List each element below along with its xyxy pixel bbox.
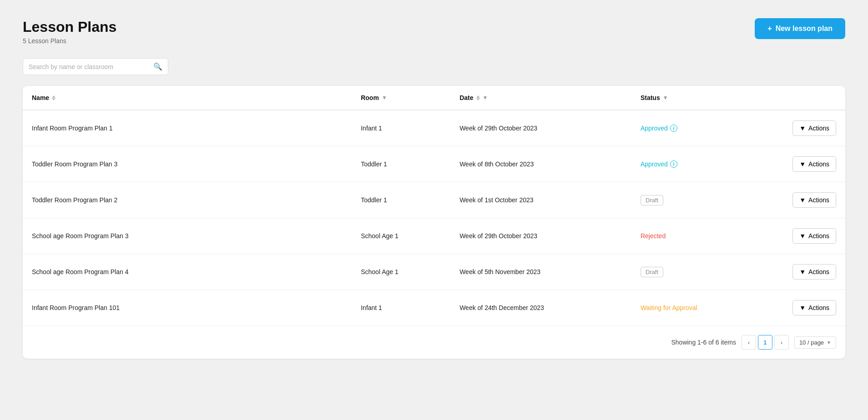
cell-name: Toddler Room Program Plan 3 — [23, 146, 352, 182]
pagination-controls: ‹ 1 › — [742, 335, 789, 350]
page-subtitle: 5 Lesson Plans — [23, 37, 116, 45]
table-row: Infant Room Program Plan 101Infant 1Week… — [23, 290, 845, 326]
table-container: Name Room ▼ — [23, 86, 845, 359]
pagination-info: Showing 1-6 of 6 items — [671, 339, 736, 346]
table-row: Infant Room Program Plan 1Infant 1Week o… — [23, 110, 845, 146]
cell-date: Week of 29th October 2023 — [450, 218, 631, 254]
cell-date: Week of 29th October 2023 — [450, 110, 631, 146]
cell-actions: ▼ Actions — [763, 110, 845, 146]
cell-actions: ▼ Actions — [763, 146, 845, 182]
page-size-chevron-icon: ▼ — [827, 340, 831, 345]
status-badge: Draft — [641, 267, 663, 277]
cell-actions: ▼ Actions — [763, 254, 845, 290]
cell-name: Toddler Room Program Plan 2 — [23, 182, 352, 218]
page-title: Lesson Plans — [23, 18, 116, 35]
status-badge: Draft — [641, 195, 663, 205]
col-header-actions — [763, 86, 845, 110]
cell-status: Rejected — [631, 218, 763, 254]
cell-name: Infant Room Program Plan 101 — [23, 290, 352, 326]
cell-room: Toddler 1 — [352, 146, 450, 182]
actions-arrow-icon: ▼ — [799, 268, 806, 275]
status-badge: Rejected — [641, 232, 666, 240]
cell-status: Draft — [631, 254, 763, 290]
cell-actions: ▼ Actions — [763, 218, 845, 254]
page-size-selector[interactable]: 10 / page ▼ — [794, 336, 836, 349]
col-header-room: Room ▼ — [352, 86, 450, 110]
room-filter-icon[interactable]: ▼ — [382, 95, 387, 101]
name-sort-icons[interactable] — [52, 95, 56, 100]
cell-status: Approved i — [631, 110, 763, 146]
actions-button[interactable]: ▼ Actions — [792, 192, 836, 208]
page-1-button[interactable]: 1 — [758, 335, 772, 350]
cell-date: Week of 1st October 2023 — [450, 182, 631, 218]
search-input[interactable] — [29, 63, 153, 70]
cell-actions: ▼ Actions — [763, 290, 845, 326]
status-filter-icon[interactable]: ▼ — [663, 95, 668, 101]
actions-arrow-icon: ▼ — [799, 160, 806, 168]
cell-date: Week of 5th November 2023 — [450, 254, 631, 290]
status-badge: Approved i — [641, 125, 754, 132]
cell-name: School age Room Program Plan 4 — [23, 254, 352, 290]
cell-date: Week of 24th December 2023 — [450, 290, 631, 326]
table-row: School age Room Program Plan 3School Age… — [23, 218, 845, 254]
cell-room: School Age 1 — [352, 254, 450, 290]
status-badge: Waiting for Approval — [641, 304, 697, 311]
pagination-row: Showing 1-6 of 6 items ‹ 1 › 10 / page ▼ — [23, 325, 845, 359]
table-row: Toddler Room Program Plan 3Toddler 1Week… — [23, 146, 845, 182]
cell-name: Infant Room Program Plan 1 — [23, 110, 352, 146]
actions-button[interactable]: ▼ Actions — [792, 120, 836, 136]
actions-button[interactable]: ▼ Actions — [792, 228, 836, 244]
cell-status: Waiting for Approval — [631, 290, 763, 326]
actions-arrow-icon: ▼ — [799, 125, 806, 132]
table-row: School age Room Program Plan 4School Age… — [23, 254, 845, 290]
table-header-row: Name Room ▼ — [23, 86, 845, 110]
col-header-date: Date ▼ — [450, 86, 631, 110]
search-icon: 🔍 — [153, 62, 162, 71]
prev-page-button[interactable]: ‹ — [742, 335, 756, 350]
lesson-plans-table: Name Room ▼ — [23, 86, 845, 325]
date-sort-icons[interactable] — [476, 95, 480, 100]
status-info-icon: i — [670, 125, 677, 132]
actions-arrow-icon: ▼ — [799, 304, 806, 311]
cell-status: Draft — [631, 182, 763, 218]
table-row: Toddler Room Program Plan 2Toddler 1Week… — [23, 182, 845, 218]
date-filter-icon[interactable]: ▼ — [483, 95, 488, 101]
cell-room: Infant 1 — [352, 290, 450, 326]
cell-name: School age Room Program Plan 3 — [23, 218, 352, 254]
next-page-button[interactable]: › — [774, 335, 789, 350]
cell-actions: ▼ Actions — [763, 182, 845, 218]
plus-icon: + — [767, 25, 772, 33]
actions-arrow-icon: ▼ — [799, 232, 806, 240]
actions-arrow-icon: ▼ — [799, 196, 806, 204]
cell-room: School Age 1 — [352, 218, 450, 254]
actions-button[interactable]: ▼ Actions — [792, 264, 836, 280]
status-badge: Approved i — [641, 160, 754, 168]
actions-button[interactable]: ▼ Actions — [792, 300, 836, 315]
status-info-icon: i — [670, 160, 677, 168]
cell-room: Toddler 1 — [352, 182, 450, 218]
col-header-status: Status ▼ — [631, 86, 763, 110]
cell-date: Week of 8th October 2023 — [450, 146, 631, 182]
search-box: 🔍 — [23, 58, 168, 75]
col-header-name: Name — [23, 86, 352, 110]
cell-status: Approved i — [631, 146, 763, 182]
actions-button[interactable]: ▼ Actions — [792, 156, 836, 172]
new-lesson-button[interactable]: + New lesson plan — [755, 18, 845, 39]
cell-room: Infant 1 — [352, 110, 450, 146]
